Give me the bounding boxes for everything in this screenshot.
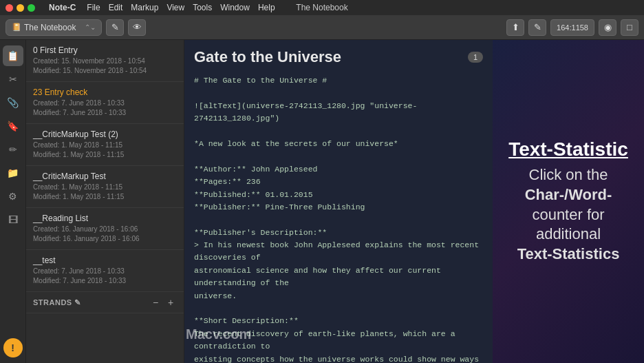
note-title-5: __test [33, 256, 177, 265]
stat-line5: Text-Statistics [517, 245, 620, 262]
note-meta-3: Created: 1. May 2018 - 11:15 Modified: 1… [33, 183, 177, 202]
toolbar: 📔 The Notebook ⌃⌄ ✎ 👁 ⬆ ✎ 164:1158 ◉ □ [0, 15, 644, 40]
stat-line1: Click on the [529, 166, 608, 183]
notebook-selector[interactable]: 📔 The Notebook ⌃⌄ [6, 19, 102, 36]
share-button[interactable]: ⬆ [506, 19, 524, 36]
editor-badge: 1 [468, 52, 483, 63]
note-item-4[interactable]: __Reading List Created: 16. January 2018… [26, 208, 184, 250]
strands-header: Strands ✎ − + [26, 292, 184, 313]
note-title-1: 23 Entry check [33, 87, 177, 97]
editor-content[interactable]: # The Gate to the Universe # ![altText](… [184, 72, 493, 363]
preview-mode-button[interactable]: 👁 [128, 19, 146, 36]
strands-minus-button[interactable]: − [149, 296, 162, 309]
note-meta-2: Created: 1. May 2018 - 11:15 Modified: 1… [33, 141, 177, 160]
warning-icon[interactable]: ! [3, 338, 23, 357]
notebook-icon: 📔 [12, 23, 21, 32]
strands-edit-icon: ✎ [74, 298, 81, 307]
editor-header: Gate to the Universe 1 [184, 40, 493, 72]
sidebar-attachment-icon[interactable]: 📎 [3, 92, 23, 113]
sidebar-folder-icon[interactable]: 📁 [3, 163, 23, 183]
sidebar-settings-icon[interactable]: ⚙ [3, 186, 23, 207]
sync-icon: ◉ [604, 22, 612, 32]
menu-markup[interactable]: Markup [131, 3, 158, 12]
sidebar-edit-icon[interactable]: ✏ [3, 139, 23, 160]
fullscreen-button[interactable] [28, 4, 35, 12]
note-item-5[interactable]: __test Created: 7. June 2018 - 10:33 Mod… [26, 250, 184, 292]
stat-line2: Char-/Word- [525, 186, 612, 203]
edit-mode-button[interactable]: ✎ [106, 19, 124, 36]
strands-plus-button[interactable]: + [164, 296, 177, 309]
note-title-0: 0 First Entry [33, 45, 177, 55]
edit-icon: ✎ [534, 22, 541, 32]
export-button[interactable]: □ [621, 19, 638, 36]
note-meta-5: Created: 7. June 2018 - 10:33 Modified: … [33, 267, 177, 286]
menu-window[interactable]: Window [220, 3, 250, 12]
note-item-3[interactable]: __CriticMarkup Test Created: 1. May 2018… [26, 166, 184, 208]
close-button[interactable] [6, 4, 13, 12]
chevron-icon: ⌃⌄ [85, 23, 96, 31]
char-word-counter[interactable]: 164:1158 [550, 19, 594, 36]
stat-title: Text-Statistic [508, 139, 628, 160]
editor-title: Gate to the Universe [194, 48, 341, 66]
share-icon: ⬆ [512, 22, 519, 32]
menu-app-name[interactable]: Note-C [49, 3, 76, 12]
note-title-4: __Reading List [33, 214, 177, 223]
note-item-0[interactable]: 0 First Entry Created: 15. November 2018… [26, 40, 184, 82]
stat-line4: additional [536, 225, 601, 242]
sidebar-bookmark-icon[interactable]: 🔖 [3, 116, 23, 136]
note-title-3: __CriticMarkup Test [33, 172, 177, 181]
menu-tools[interactable]: Tools [193, 3, 212, 12]
note-meta-0: Created: 15. November 2018 - 10:54 Modif… [33, 56, 177, 76]
stat-line3: counter for [532, 206, 604, 223]
main-layout: 📋 ✂ 📎 🔖 ✏ 📁 ⚙ 🎞 ! 0 First Entry Created:… [0, 40, 644, 363]
window-title: The Notebook [296, 3, 347, 12]
counter-value: 164:1158 [557, 23, 588, 32]
sidebar-film-icon[interactable]: 🎞 [3, 209, 23, 230]
sidebar-notes-icon[interactable]: 📋 [3, 45, 23, 66]
strands-label: Strands ✎ [33, 298, 81, 307]
pencil-icon: ✎ [111, 22, 119, 32]
menu-view[interactable]: View [167, 3, 184, 12]
right-panel: Text-Statistic Click on the Char-/Word- … [493, 40, 644, 363]
menu-bar: Note-C File Edit Markup View Tools Windo… [0, 0, 644, 15]
menu-help[interactable]: Help [258, 3, 275, 12]
traffic-lights[interactable] [6, 4, 35, 12]
menu-edit[interactable]: Edit [109, 3, 123, 12]
export-icon: □ [627, 22, 632, 32]
edit-button[interactable]: ✎ [528, 19, 546, 36]
note-title-2: __CriticMarkup Test (2) [33, 129, 177, 139]
sidebar-scissors-icon[interactable]: ✂ [3, 69, 23, 90]
stat-description: Click on the Char-/Word- counter for add… [517, 165, 620, 264]
note-item-1[interactable]: 23 Entry check Created: 7. June 2018 - 1… [26, 82, 184, 124]
eye-icon: 👁 [133, 22, 142, 32]
note-meta-4: Created: 16. January 2018 - 16:06 Modifi… [33, 225, 177, 244]
editor-area[interactable]: Gate to the Universe 1 # The Gate to the… [184, 40, 493, 363]
strands-actions: − + [149, 296, 177, 309]
menu-file[interactable]: File [87, 3, 100, 12]
note-item-2[interactable]: __CriticMarkup Test (2) Created: 1. May … [26, 124, 184, 166]
sync-button[interactable]: ◉ [599, 19, 616, 36]
notes-list: 0 First Entry Created: 15. November 2018… [26, 40, 184, 363]
icon-sidebar: 📋 ✂ 📎 🔖 ✏ 📁 ⚙ 🎞 ! [0, 40, 26, 363]
minimize-button[interactable] [17, 4, 24, 12]
note-meta-1: Created: 7. June 2018 - 10:33 Modified: … [33, 98, 177, 118]
notebook-name: The Notebook [24, 23, 76, 32]
